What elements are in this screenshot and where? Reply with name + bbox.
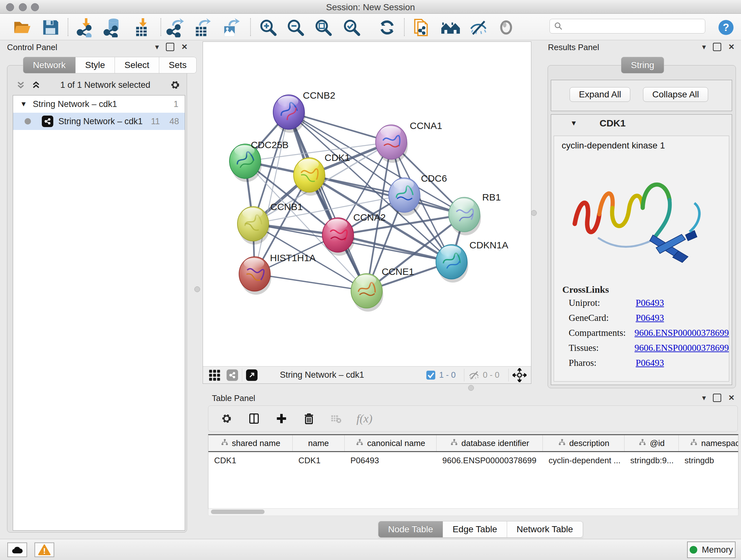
crosslink-value-link[interactable]: P06493 [636, 313, 664, 323]
zoom-selected-button[interactable] [341, 17, 362, 38]
crosslink-value-link[interactable]: P06493 [636, 358, 664, 368]
network-node-cdc6[interactable] [389, 178, 421, 216]
table-cell[interactable]: CDK1 [208, 452, 293, 469]
expand-all-icon[interactable] [30, 79, 42, 90]
export-network-button[interactable] [165, 17, 186, 38]
collapse-all-icon[interactable] [15, 79, 26, 90]
table-options-gear-icon[interactable] [220, 412, 233, 425]
save-session-button[interactable] [40, 17, 61, 38]
open-file-button[interactable] [12, 17, 32, 38]
zoom-in-button[interactable] [258, 17, 278, 38]
table-cell[interactable]: cyclin-dependent ... [543, 452, 624, 469]
tab-string[interactable]: String [621, 57, 664, 73]
table-cell[interactable]: CDK1 [293, 452, 345, 469]
column-header-namespace[interactable]: namespace [679, 435, 738, 451]
tab-network[interactable]: Network [23, 57, 76, 73]
table-row[interactable]: CDK1CDK1P064939606.ENSP00000378699cyclin… [208, 452, 738, 469]
column-header-name[interactable]: name [293, 435, 345, 451]
column-header-sharedname[interactable]: shared name [208, 435, 293, 451]
crosslink-value-link[interactable]: P06493 [636, 298, 664, 308]
export-table-button[interactable] [192, 17, 213, 38]
control-panel-collapse-icon[interactable]: ▾ [155, 43, 159, 51]
network-edge[interactable] [255, 274, 367, 291]
crosslink-value-link[interactable]: 9606.ENSP00000378699 [634, 343, 729, 353]
network-node-ccna1[interactable] [376, 125, 408, 163]
column-header-id[interactable]: @id [624, 435, 679, 451]
import-table-button[interactable] [132, 17, 152, 38]
gene-expander-icon[interactable]: ▼ [570, 119, 577, 127]
results-panel-close-icon[interactable]: ✕ [728, 43, 735, 51]
column-header-description[interactable]: description [543, 435, 624, 451]
zoom-fit-button[interactable] [313, 17, 333, 38]
home-button[interactable] [441, 17, 461, 38]
tab-select[interactable]: Select [115, 57, 159, 73]
memory-button[interactable]: Memory [687, 542, 736, 558]
results-panel-collapse-icon[interactable]: ▾ [702, 43, 706, 51]
birdseye-navigator-icon[interactable] [513, 368, 527, 382]
network-edge[interactable] [255, 112, 289, 274]
selected-checkbox-icon[interactable] [426, 370, 436, 380]
grid-view-icon[interactable] [208, 369, 221, 381]
network-node-ccnb2[interactable] [273, 95, 306, 133]
network-node-hist1h1a[interactable] [239, 257, 271, 295]
column-header-canonicalname[interactable]: canonical name [345, 435, 436, 451]
network-view-panel[interactable]: CCNB2CCNA1CDC25BCDK1CDC6RB1CCNB1CCNA2CDK… [203, 42, 531, 384]
cloud-button[interactable] [7, 543, 27, 557]
network-options-gear-icon[interactable] [169, 79, 181, 91]
import-network-file-button[interactable] [76, 17, 96, 38]
hide-button[interactable] [468, 17, 488, 38]
preview-button[interactable] [496, 17, 516, 38]
node-table[interactable]: shared namenamecanonical namedatabase id… [208, 434, 738, 509]
table-horizontal-scrollbar[interactable] [208, 508, 738, 516]
tab-node-table[interactable]: Node Table [378, 521, 443, 538]
refresh-layout-button[interactable] [377, 17, 397, 38]
help-button[interactable]: ? [716, 17, 736, 38]
control-panel-close-icon[interactable]: ✕ [181, 43, 188, 51]
open-in-window-icon[interactable] [246, 369, 258, 381]
bottom-splitter-handle[interactable] [468, 385, 474, 391]
table-cell[interactable]: 9606.ENSP00000378699 [436, 452, 543, 469]
table-cell[interactable]: P06493 [345, 452, 436, 469]
network-node-ccna2[interactable] [322, 218, 354, 256]
table-cell[interactable]: stringdb:9... [624, 452, 679, 469]
table-panel-float-icon[interactable] [713, 394, 721, 402]
network-collection-row[interactable]: ▼ String Network – cdk1 1 [13, 96, 185, 113]
tab-edge-table[interactable]: Edge Table [443, 521, 507, 538]
table-panel-collapse-icon[interactable]: ▾ [702, 393, 706, 402]
tab-style[interactable]: Style [76, 57, 115, 73]
network-node-cdk1[interactable] [293, 158, 326, 196]
network-row[interactable]: String Network – cdk1 11 48 [13, 113, 185, 130]
right-splitter-handle[interactable] [531, 210, 537, 216]
results-panel-float-icon[interactable] [713, 43, 721, 51]
network-node-rb1[interactable] [449, 197, 481, 235]
table-cell[interactable]: stringdb [679, 452, 738, 469]
column-header-databaseidentifier[interactable]: database identifier [436, 435, 543, 451]
search-box[interactable] [549, 19, 705, 34]
network-node-cdkn1a[interactable] [436, 245, 468, 283]
network-badge-icon[interactable] [226, 369, 238, 381]
collapse-all-button[interactable]: Collapse All [643, 87, 708, 102]
network-canvas[interactable]: CCNB2CCNA1CDC25BCDK1CDC6RB1CCNB1CCNA2CDK… [203, 42, 531, 367]
tab-network-table[interactable]: Network Table [507, 521, 583, 538]
crosslink-value-link[interactable]: 9606.ENSP00000378699 [634, 327, 729, 338]
search-input[interactable] [563, 21, 698, 32]
expand-all-button[interactable]: Expand All [569, 87, 630, 102]
create-column-plus-icon[interactable] [275, 412, 288, 425]
export-image-button[interactable] [221, 17, 241, 38]
tab-sets[interactable]: Sets [159, 57, 197, 73]
show-columns-icon[interactable] [247, 412, 261, 425]
import-network-database-button[interactable] [103, 17, 123, 38]
delete-table-icon[interactable] [330, 412, 342, 425]
scrollbar-thumb[interactable] [211, 509, 265, 514]
control-panel-float-icon[interactable] [166, 43, 174, 51]
function-builder-fx[interactable]: f(x) [356, 412, 373, 425]
network-node-ccne1[interactable] [351, 273, 383, 312]
left-splitter-handle[interactable] [194, 287, 200, 292]
delete-column-trash-icon[interactable] [302, 412, 316, 425]
string-document-button[interactable] [412, 17, 432, 38]
gene-section-header[interactable]: ▼ CDK1 [551, 115, 732, 132]
warnings-button[interactable] [35, 543, 54, 557]
network-node-ccnb1[interactable] [238, 206, 270, 245]
hidden-eye-icon[interactable] [468, 369, 480, 381]
tree-expander-icon[interactable]: ▼ [20, 100, 27, 108]
